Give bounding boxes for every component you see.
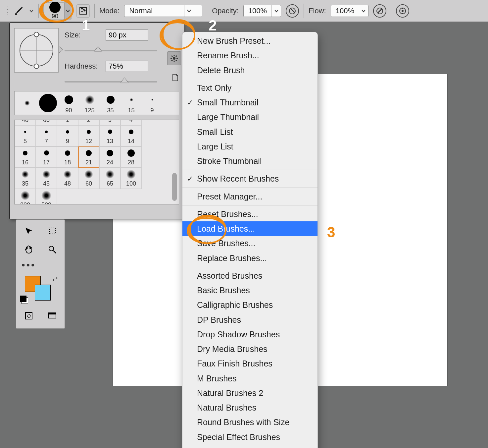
brush-grid-cell[interactable]: 300 [15, 189, 36, 204]
hardness-label: Hardness: [65, 62, 101, 71]
tools-overflow-icon[interactable]: ••• [18, 259, 63, 273]
menu-item[interactable]: Delete Brush [182, 63, 317, 78]
menu-item[interactable]: Preset Manager... [182, 189, 317, 204]
menu-item[interactable]: Faux Finish Brushes [182, 356, 317, 371]
size-input[interactable]: 90 px [106, 29, 148, 41]
recent-brush-cell[interactable] [37, 91, 58, 115]
menu-item[interactable]: DP Brushes [182, 312, 317, 327]
pressure-size-button[interactable] [396, 4, 409, 18]
size-slider[interactable] [65, 47, 157, 54]
menu-item[interactable]: M Brushes [182, 371, 317, 386]
brush-grid-cell[interactable]: 24 [99, 146, 121, 168]
brush-grid-label: 2 [87, 120, 90, 124]
hand-tool-icon[interactable] [20, 242, 38, 257]
brush-grid-cell[interactable]: 45 [36, 168, 57, 189]
brush-grid-label: 1 [66, 120, 69, 124]
brush-chip-chevron-icon[interactable] [64, 3, 71, 19]
brush-preset-chip[interactable]: 90 [43, 2, 72, 20]
brush-grid-cell[interactable]: 100 [121, 168, 142, 189]
menu-item[interactable]: Calligraphic Brushes [182, 298, 317, 312]
brush-grid-cell[interactable]: 7 [36, 125, 57, 146]
options-bar-grip[interactable] [6, 6, 9, 16]
check-icon: ✓ [187, 174, 193, 184]
separator [94, 4, 95, 18]
screen-mode-icon[interactable] [43, 308, 62, 323]
menu-item[interactable]: ✓Show Recent Brushes [182, 171, 317, 186]
menu-item[interactable]: Small List [182, 125, 317, 139]
hardness-slider[interactable] [65, 78, 157, 85]
background-color-swatch[interactable] [35, 285, 51, 301]
menu-item[interactable]: Drop Shadow Brushes [182, 327, 317, 342]
brush-grid-cell[interactable]: 2 [78, 120, 99, 125]
swap-colors-icon[interactable]: ⇄ [52, 275, 58, 283]
brush-grid-label: 100 [126, 180, 136, 187]
menu-item[interactable]: Load Brushes... [182, 221, 317, 236]
menu-item[interactable]: Large List [182, 139, 317, 154]
brush-grid-cell[interactable]: 18 [57, 146, 78, 168]
menu-item[interactable]: Natural Brushes 2 [182, 386, 317, 400]
airbrush-button[interactable] [373, 4, 386, 18]
brush-grid-cell[interactable]: 48 [57, 168, 78, 189]
mode-value: Normal [124, 7, 184, 15]
brush-panel-menu-button[interactable] [167, 51, 181, 65]
brush-grid-cell[interactable]: 9 [57, 125, 78, 146]
menu-item[interactable]: Dry Media Brushes [182, 342, 317, 356]
menu-item-label: Large Thumbnail [197, 112, 259, 122]
recent-brush-cell[interactable]: 90 [58, 91, 79, 115]
menu-item[interactable]: ✓Small Thumbnail [182, 95, 317, 110]
hardness-input[interactable]: 75% [106, 61, 148, 72]
brush-grid-cell[interactable]: 14 [121, 125, 142, 146]
menu-item[interactable]: Save Brushes... [182, 236, 317, 251]
default-colors-icon[interactable] [22, 297, 28, 304]
brush-grid-cell[interactable]: 13 [99, 125, 121, 146]
brush-grid-cell[interactable]: 16 [15, 146, 36, 168]
artboard-tool-icon[interactable] [43, 224, 62, 238]
recent-brush-cell[interactable]: 35 [100, 91, 121, 115]
brush-grid-cell[interactable]: 35 [15, 168, 36, 189]
menu-item[interactable]: Replace Brushes... [182, 251, 317, 265]
menu-item[interactable]: Square Brushes [182, 444, 317, 448]
brush-grid-cell[interactable]: 17 [36, 146, 57, 168]
brush-grid-cell[interactable]: 21 [78, 146, 99, 168]
brush-grid-cell[interactable]: 1 [57, 120, 78, 125]
menu-item[interactable]: Special Effect Brushes [182, 430, 317, 444]
menu-item-label: Calligraphic Brushes [197, 300, 273, 309]
recent-brush-cell[interactable]: 15 [121, 91, 142, 115]
pressure-opacity-button[interactable] [286, 4, 299, 18]
brush-panel-toggle-button[interactable] [76, 4, 90, 18]
recent-brush-cell[interactable] [17, 91, 37, 115]
new-preset-icon[interactable] [170, 72, 181, 83]
menu-item[interactable]: Round Brushes with Size [182, 415, 317, 429]
menu-item[interactable]: Natural Brushes [182, 400, 317, 415]
brush-grid-scrollbar[interactable] [172, 173, 177, 201]
brush-grid-cell[interactable]: 60 [36, 120, 57, 125]
menu-item[interactable]: Reset Brushes... [182, 207, 317, 221]
brush-grid-cell[interactable]: 12 [78, 125, 99, 146]
opacity-field[interactable]: 100% [243, 5, 281, 17]
brush-grid-cell[interactable]: 500 [36, 189, 57, 204]
move-tool-icon[interactable] [20, 224, 38, 238]
menu-item[interactable]: New Brush Preset... [182, 33, 317, 48]
quick-mask-icon[interactable] [20, 308, 38, 323]
brush-grid-cell[interactable]: 28 [121, 146, 142, 168]
tool-variant-chevron-icon[interactable] [29, 5, 34, 17]
brush-grid-cell[interactable]: 65 [99, 168, 121, 189]
menu-item[interactable]: Large Thumbnail [182, 110, 317, 124]
brush-grid-cell[interactable]: 5 [15, 125, 36, 146]
menu-item[interactable]: Basic Brushes [182, 283, 317, 298]
menu-item[interactable]: Text Only [182, 81, 317, 95]
menu-item[interactable]: Rename Brush... [182, 48, 317, 63]
mode-select[interactable]: Normal [124, 5, 202, 17]
menu-item[interactable]: Stroke Thumbnail [182, 154, 317, 168]
recent-brush-cell[interactable]: 9 [142, 91, 163, 115]
flow-field[interactable]: 100% [331, 5, 368, 17]
brush-angle-widget[interactable] [14, 28, 59, 73]
brush-grid-cell[interactable]: 3 [99, 120, 121, 125]
opacity-value: 100% [244, 7, 271, 15]
brush-grid-cell[interactable]: 60 [78, 168, 99, 189]
zoom-tool-icon[interactable] [43, 242, 62, 257]
menu-item[interactable]: Assorted Brushes [182, 268, 317, 283]
brush-grid-cell[interactable]: 4 [121, 120, 142, 125]
recent-brush-cell[interactable]: 125 [79, 91, 100, 115]
brush-grid-cell[interactable]: 48 [15, 120, 36, 125]
